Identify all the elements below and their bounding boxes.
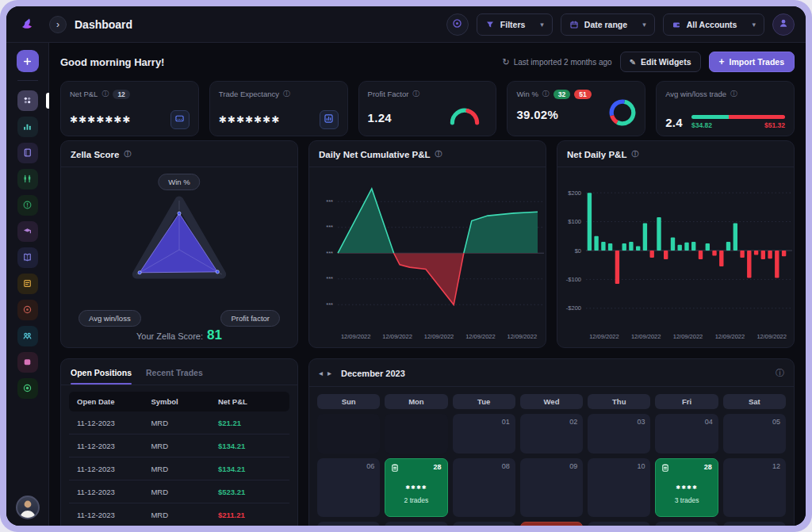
net-daily-pnl-panel: Net Daily P&L $200$100$0-$100-$20012/09/… [557,140,795,348]
edit-widgets-button[interactable]: Edit Widgets [620,52,701,72]
calendar-day-cell[interactable]: 01 [453,414,515,454]
import-trades-button[interactable]: Import Trades [709,52,795,72]
info-icon[interactable] [776,367,784,379]
calendar-day-cell[interactable]: 14 [385,522,447,526]
sidebar-item-insights[interactable] [17,195,38,216]
losses-badge: 51 [574,90,591,99]
sidebar-item-backtesting[interactable] [17,274,38,294]
svg-text:12/09/2022: 12/09/2022 [631,333,661,340]
stat-value: 39.02% [516,108,558,121]
day-number: 09 [569,462,577,470]
cumulative-pnl-chart: ***************12/09/202212/09/202212/09… [309,167,546,347]
calendar-day-cell[interactable]: 03 [588,414,650,454]
sidebar-item-mentoring[interactable] [17,247,38,268]
tab-open-positions[interactable]: Open Positions [71,368,132,385]
day-number: 12 [772,462,780,470]
svg-text:$100: $100 [568,218,581,225]
stat-value-masked: ✱✱✱✱✱✱✱ [219,114,280,125]
info-icon[interactable] [435,149,442,159]
calendar-day-cell[interactable]: 10 [588,458,650,517]
stat-card-win-rate: Win %3251 39.02% [507,81,645,136]
calendar-day-cell[interactable]: 19 [723,522,786,526]
sidebar-item-playbook[interactable] [17,221,38,242]
sidebar-item-community[interactable] [17,326,38,346]
sidebar-item-add-new[interactable] [17,50,39,72]
refresh-icon[interactable] [502,57,509,67]
calendar-day-cell[interactable]: 09 [520,458,583,517]
info-icon[interactable] [542,89,550,99]
calendar-dow-label: Sat [723,394,786,409]
calendar-day-cell[interactable]: 15 [453,522,515,526]
calendar-day-cell[interactable] [385,414,447,454]
net-daily-pnl-chart: $200$100$0-$100-$20012/09/202212/09/2022… [557,167,794,347]
table-row[interactable]: 11-12-2023 MRD $134.21 [69,434,289,457]
table-row[interactable]: 11-12-2023 MRD $21.21 [69,411,289,434]
sidebar-item-trades[interactable] [17,169,38,189]
calendar-dow-label: Tue [453,394,515,409]
clipboard-icon [390,463,400,474]
info-icon[interactable] [631,149,638,159]
date-range-dropdown[interactable]: Date range [561,13,655,36]
info-icon[interactable] [730,89,737,99]
table-row[interactable]: 11-12-2023 MRD $523.21 [69,480,289,503]
accounts-dropdown[interactable]: All Accounts [663,13,764,36]
logo[interactable] [6,14,49,35]
sidebar-item-dashboard[interactable] [17,90,38,111]
calendar-day-cell[interactable] [317,414,380,454]
calendar-day-win[interactable]: 28✱✱✱✱ 3 trades [655,458,718,517]
brand-logo-icon [19,14,36,35]
person-icon [778,17,789,32]
calendar-day-cell[interactable]: 05 [723,414,786,454]
chart-view-button[interactable] [320,110,339,129]
cumulative-pnl-panel: Daily Net Cumulative P&L ***************… [308,140,546,348]
cell-symbol: MRD [151,511,218,519]
next-month-button[interactable] [327,369,331,377]
info-icon[interactable] [412,89,419,99]
sidebar-item-resources[interactable] [17,352,38,373]
calendar-day-cell[interactable]: 08 [453,458,515,517]
trades-count: 3 trades [656,496,717,504]
sidebar-item-reports[interactable] [17,117,38,137]
user-avatar[interactable] [772,13,795,36]
focus-mode-button[interactable] [446,13,469,36]
svg-text:12/09/2022: 12/09/2022 [715,333,745,340]
panel-title: Net Daily P&L [567,150,626,159]
calendar-day-cell[interactable]: 12 [723,458,786,517]
stat-card-profit-factor: Profit Factor 1.24 [358,81,497,136]
masked-pnl: ✱✱✱✱ [385,484,446,491]
radar-axis-pf: Profit factor [220,310,280,327]
sidebar-user-avatar[interactable] [16,496,40,519]
calendar-day-cell[interactable]: 17 [588,522,650,526]
calendar-day-win[interactable]: 28✱✱✱✱ 2 trades [385,458,447,517]
info-icon[interactable] [102,89,109,99]
radar-axis-avg: Avg win/loss [79,310,141,327]
day-number: 02 [569,418,577,426]
prev-month-button[interactable] [319,369,323,377]
sidebar-item-university[interactable] [17,378,38,399]
date-range-label: Date range [584,20,627,29]
calendar-day-cell[interactable]: 04 [655,414,718,454]
calendar-day-cell[interactable]: 18 [655,522,718,526]
table-row[interactable]: 11-12-2023 MRD $134.21 [69,457,289,480]
calendar-day-cell[interactable]: 02 [520,414,583,454]
filters-label: Filters [500,20,526,29]
collapse-sidebar-button[interactable] [49,16,67,33]
calendar-day-cell[interactable]: 06 [317,458,380,517]
svg-text:12/09/2022: 12/09/2022 [589,333,619,340]
calendar-icon [569,20,579,29]
calendar-dow-label: Fri [655,394,718,409]
col-open-date: Open Date [77,397,151,406]
sidebar-item-journal[interactable] [17,143,38,163]
win-loss-ratio-bar [691,115,785,119]
col-symbol: Symbol [151,397,218,406]
tab-recent-trades[interactable]: Recent Trades [146,368,203,385]
reveal-value-button[interactable] [170,110,190,129]
table-row[interactable]: 11-12-2023 MRD $211.21 [69,503,289,526]
sidebar-item-replay[interactable] [17,300,38,320]
info-icon[interactable] [283,89,290,99]
calendar-day-cell[interactable]: 13 [317,522,380,526]
info-icon[interactable] [124,149,131,159]
day-number: 03 [637,418,645,426]
filters-dropdown[interactable]: Filters [477,13,553,36]
calendar-day-loss[interactable]: 16 [520,522,583,526]
